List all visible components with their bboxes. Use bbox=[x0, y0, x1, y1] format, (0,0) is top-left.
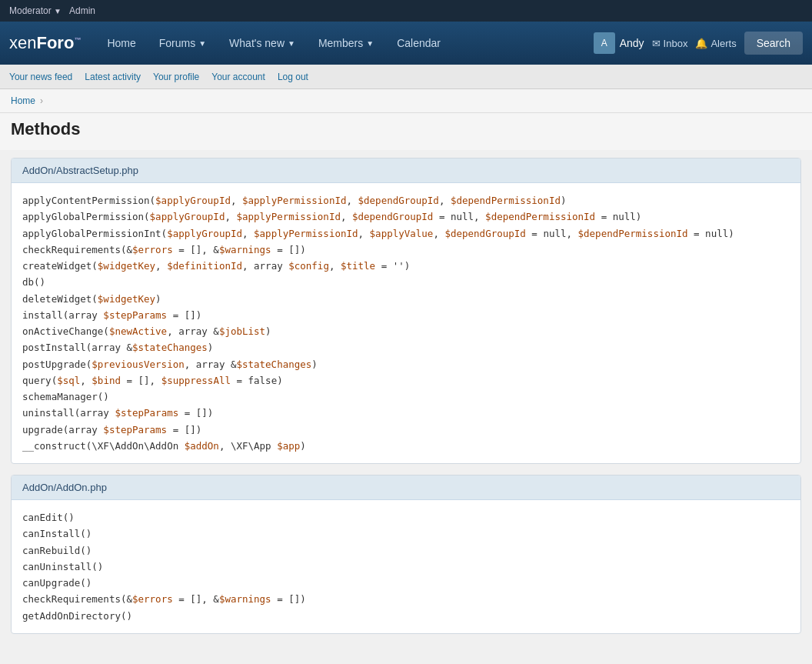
your-account-label: Your account bbox=[211, 72, 265, 82]
page-title: Methods bbox=[11, 119, 801, 139]
admin-bar: Moderator ▼ Admin bbox=[0, 0, 812, 22]
method-line[interactable]: createWidget($widgetKey, $definitionId, … bbox=[22, 258, 790, 274]
method-block-1: AddOn/AddOn.phpcanEdit()canInstall()canR… bbox=[11, 475, 801, 634]
method-block-body-0: applyContentPermission($applyGroupId, $a… bbox=[12, 183, 800, 463]
content-area: AddOn/AbstractSetup.phpapplyContentPermi… bbox=[0, 150, 812, 652]
method-line[interactable]: getAddOnDirectory() bbox=[22, 608, 790, 624]
nav-home-label: Home bbox=[107, 37, 135, 49]
username: Andy bbox=[620, 37, 644, 49]
nav-home[interactable]: Home bbox=[96, 31, 146, 55]
nav-members[interactable]: Members ▼ bbox=[308, 31, 384, 55]
page-title-area: Methods bbox=[0, 113, 812, 150]
moderator-dropdown-icon: ▼ bbox=[54, 7, 62, 15]
method-line[interactable]: applyContentPermission($applyGroupId, $a… bbox=[22, 192, 790, 209]
search-label: Search bbox=[757, 37, 790, 49]
method-line[interactable]: upgrade(array $stepParams = []) bbox=[22, 422, 790, 438]
your-account-link[interactable]: Your account bbox=[211, 72, 265, 82]
your-profile-link[interactable]: Your profile bbox=[153, 72, 199, 82]
method-line[interactable]: canUninstall() bbox=[22, 559, 790, 575]
log-out-link[interactable]: Log out bbox=[278, 72, 308, 82]
nav-forums[interactable]: Forums ▼ bbox=[148, 31, 217, 55]
nav-calendar[interactable]: Calendar bbox=[386, 31, 451, 55]
user-info: A Andy bbox=[594, 32, 644, 54]
method-line[interactable]: install(array $stepParams = []) bbox=[22, 307, 790, 323]
latest-activity-label: Latest activity bbox=[85, 72, 141, 82]
nav-forums-label: Forums bbox=[159, 37, 195, 49]
moderator-link[interactable]: Moderator ▼ bbox=[9, 5, 62, 16]
method-line[interactable]: deleteWidget($widgetKey) bbox=[22, 291, 790, 307]
sub-nav: Your news feed Latest activity Your prof… bbox=[0, 65, 812, 89]
forums-dropdown-icon: ▼ bbox=[198, 39, 206, 48]
logo-tm: ™ bbox=[74, 36, 81, 44]
alerts-link[interactable]: 🔔 Alerts bbox=[695, 38, 736, 49]
breadcrumb-home-link[interactable]: Home bbox=[11, 95, 35, 106]
your-profile-label: Your profile bbox=[153, 72, 199, 82]
method-line[interactable]: uninstall(array $stepParams = []) bbox=[22, 405, 790, 421]
admin-link[interactable]: Admin bbox=[69, 5, 95, 16]
main-nav: xenForo™ Home Forums ▼ What's new ▼ Memb… bbox=[0, 22, 812, 65]
log-out-label: Log out bbox=[278, 72, 308, 82]
method-line[interactable]: postInstall(array &$stateChanges) bbox=[22, 339, 790, 355]
method-line[interactable]: onActiveChange($newActive, array &$jobLi… bbox=[22, 323, 790, 339]
news-feed-label: Your news feed bbox=[9, 72, 72, 82]
method-block-body-1: canEdit()canInstall()canRebuild()canUnin… bbox=[12, 500, 800, 633]
logo-xen: xen bbox=[9, 33, 36, 52]
nav-members-label: Members bbox=[318, 37, 363, 49]
inbox-label: Inbox bbox=[664, 38, 688, 49]
method-line[interactable]: postUpgrade($previousVersion, array &$st… bbox=[22, 356, 790, 372]
alerts-label: Alerts bbox=[710, 38, 736, 49]
method-line[interactable]: canInstall() bbox=[22, 526, 790, 542]
method-line[interactable]: schemaManager() bbox=[22, 389, 790, 405]
latest-activity-link[interactable]: Latest activity bbox=[85, 72, 141, 82]
nav-whats-new-label: What's new bbox=[229, 37, 285, 49]
avatar: A bbox=[594, 32, 615, 54]
method-line[interactable]: canRebuild() bbox=[22, 542, 790, 559]
inbox-link[interactable]: ✉ Inbox bbox=[652, 38, 688, 49]
admin-label: Admin bbox=[69, 5, 95, 16]
method-line[interactable]: applyGlobalPermissionInt($applyGroupId, … bbox=[22, 225, 790, 242]
news-feed-link[interactable]: Your news feed bbox=[9, 72, 72, 82]
search-button[interactable]: Search bbox=[744, 32, 803, 55]
method-line[interactable]: canEdit() bbox=[22, 509, 790, 526]
method-line[interactable]: __construct(\XF\AddOn\AddOn $addOn, \XF\… bbox=[22, 438, 790, 454]
nav-calendar-label: Calendar bbox=[397, 37, 441, 49]
breadcrumb: Home › bbox=[0, 89, 812, 113]
nav-right: A Andy ✉ Inbox 🔔 Alerts Search bbox=[594, 32, 803, 55]
logo[interactable]: xenForo™ bbox=[9, 33, 81, 53]
alerts-icon: 🔔 bbox=[695, 38, 707, 49]
nav-links: Home Forums ▼ What's new ▼ Members ▼ Cal… bbox=[96, 31, 593, 55]
method-line[interactable]: query($sql, $bind = [], $suppressAll = f… bbox=[22, 372, 790, 389]
method-line[interactable]: applyGlobalPermission($applyGroupId, $ap… bbox=[22, 209, 790, 225]
method-line[interactable]: db() bbox=[22, 274, 790, 290]
method-line[interactable]: canUpgrade() bbox=[22, 575, 790, 591]
breadcrumb-separator: › bbox=[40, 95, 43, 106]
method-block-header-1: AddOn/AddOn.php bbox=[12, 475, 800, 500]
logo-foro: Foro bbox=[36, 33, 74, 52]
nav-whats-new[interactable]: What's new ▼ bbox=[218, 31, 306, 55]
breadcrumb-home-label: Home bbox=[11, 95, 35, 106]
method-block-header-0: AddOn/AbstractSetup.php bbox=[12, 158, 800, 183]
method-block-0: AddOn/AbstractSetup.phpapplyContentPermi… bbox=[11, 158, 801, 464]
method-line[interactable]: checkRequirements(&$errors = [], &$warni… bbox=[22, 591, 790, 607]
method-line[interactable]: checkRequirements(&$errors = [], &$warni… bbox=[22, 242, 790, 258]
members-dropdown-icon: ▼ bbox=[366, 39, 374, 48]
inbox-icon: ✉ bbox=[652, 38, 661, 49]
moderator-label: Moderator bbox=[9, 5, 52, 16]
whats-new-dropdown-icon: ▼ bbox=[288, 39, 295, 48]
